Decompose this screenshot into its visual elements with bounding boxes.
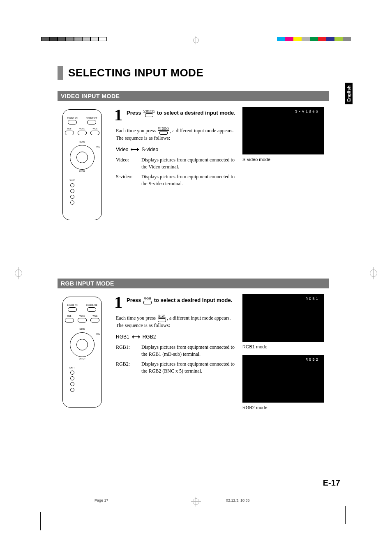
step-title: Press RGB to select a desired input mode… bbox=[127, 294, 232, 304]
sequence-diagram: RGB1 RGB2 bbox=[116, 334, 237, 341]
crosshair-icon bbox=[192, 36, 200, 44]
definition-text: Displays pictures from equipment connect… bbox=[141, 157, 237, 171]
crosshair-icon bbox=[367, 267, 380, 279]
page-number: E-17 bbox=[323, 478, 340, 488]
crop-mark-icon bbox=[22, 512, 41, 530]
crosshair-icon bbox=[191, 497, 201, 507]
remote-control-illustration: POWER ON POWER OFF RGB VIDEO WIDE MENU V… bbox=[62, 297, 102, 408]
video-button-icon: VIDEO bbox=[143, 110, 154, 117]
screen-preview: S-video bbox=[242, 107, 324, 154]
subsection-video-heading: VIDEO INPUT MODE bbox=[58, 91, 329, 101]
definition-text: Displays pictures from equipment connect… bbox=[141, 344, 237, 358]
screen-label: S-video bbox=[295, 110, 319, 114]
definition-row: RGB1:Displays pictures from equipment co… bbox=[116, 344, 237, 358]
footer-timestamp: 02.12.3, 10:35 bbox=[226, 498, 250, 502]
double-arrow-icon bbox=[130, 147, 140, 152]
step-number: 1 bbox=[114, 294, 122, 311]
step-body-text: Each time you press bbox=[116, 315, 157, 321]
definition-row: RGB2:Displays pictures from equipment co… bbox=[116, 361, 237, 375]
screen-label: RGB2 bbox=[305, 358, 319, 362]
screen-label: RGB1 bbox=[305, 297, 319, 301]
registration-marks bbox=[0, 37, 392, 45]
step-title: Press VIDEO to select a desired input mo… bbox=[127, 107, 235, 117]
definition-text: Displays pictures from equipment connect… bbox=[141, 361, 237, 375]
rgb-button-icon: RGB bbox=[158, 315, 166, 322]
definition-term: RGB2: bbox=[116, 361, 141, 375]
screen-caption: S-video mode bbox=[242, 157, 329, 162]
video-button-icon: VIDEO bbox=[158, 127, 169, 135]
page-title: SELECTING INPUT MODE bbox=[58, 66, 329, 80]
step-body-text: Each time you press bbox=[116, 128, 157, 134]
definition-term: RGB1: bbox=[116, 344, 141, 358]
title-marker bbox=[58, 66, 63, 80]
step-number: 1 bbox=[114, 107, 122, 123]
screen-caption: RGB2 mode bbox=[242, 405, 329, 410]
page-title-text: SELECTING INPUT MODE bbox=[68, 67, 203, 79]
definition-term: Video: bbox=[116, 157, 141, 171]
footer: Page 17 02.12.3, 10:35 bbox=[0, 498, 392, 507]
screen-caption: RGB1 mode bbox=[242, 344, 329, 349]
definition-term: S-video: bbox=[116, 173, 141, 188]
screen-preview: RGB1 bbox=[242, 294, 324, 342]
definition-text: Displays pictures from equipment connect… bbox=[141, 173, 237, 188]
remote-control-illustration: POWER ON POWER OFF RGB VIDEO WIDE MENU V… bbox=[62, 109, 102, 220]
crop-mark-icon bbox=[345, 506, 370, 530]
footer-page: Page 17 bbox=[95, 498, 108, 502]
rgb-button-icon: RGB bbox=[143, 297, 152, 304]
language-tab: English bbox=[345, 83, 353, 104]
double-arrow-icon bbox=[131, 335, 141, 339]
definition-row: S-video:Displays pictures from equipment… bbox=[116, 173, 237, 188]
screen-preview: RGB2 bbox=[242, 355, 324, 403]
crosshair-icon bbox=[12, 267, 25, 279]
definition-row: Video:Displays pictures from equipment c… bbox=[116, 157, 237, 171]
subsection-rgb-heading: RGB INPUT MODE bbox=[58, 279, 329, 288]
sequence-diagram: Video S-video bbox=[116, 146, 237, 153]
